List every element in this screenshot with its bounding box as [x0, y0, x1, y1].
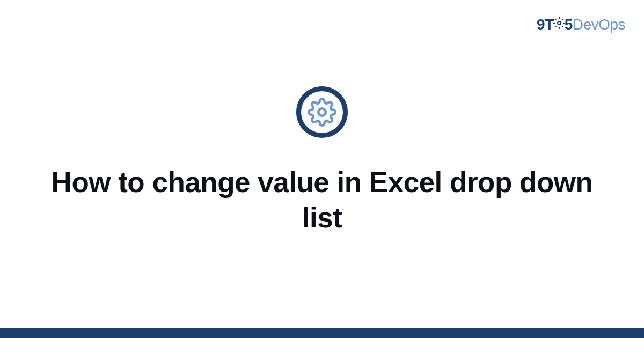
- gear-icon: [308, 98, 336, 127]
- page-title: How to change value in Excel drop down l…: [40, 165, 604, 236]
- gear-circle-badge: [296, 86, 348, 138]
- main-content: How to change value in Excel drop down l…: [0, 0, 644, 338]
- footer-accent-bar: [0, 328, 644, 338]
